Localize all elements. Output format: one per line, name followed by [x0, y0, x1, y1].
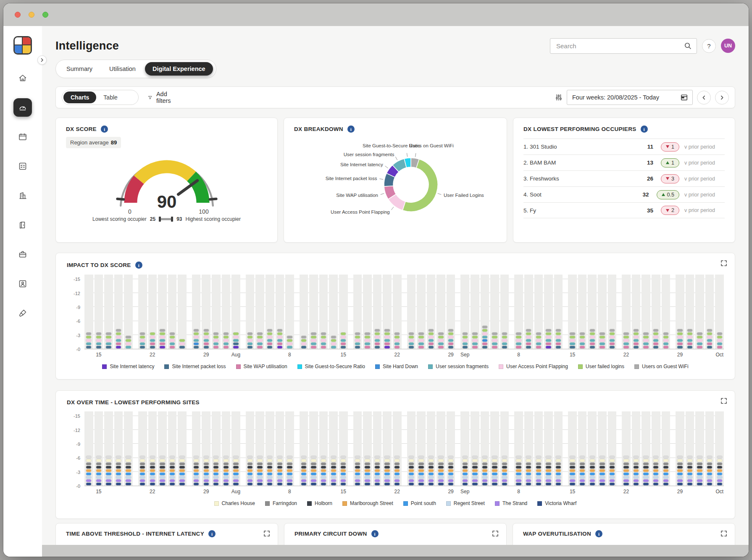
bar-segment: [340, 459, 346, 462]
stacked-bar: [257, 332, 263, 349]
bar-segment: [579, 476, 585, 479]
legend-swatch-icon: [499, 364, 503, 369]
bar-segment: [233, 345, 239, 349]
bar-segment: [663, 479, 669, 482]
prev-period-button[interactable]: [697, 91, 711, 105]
bar-segment: [96, 476, 102, 479]
bar-segment: [223, 455, 229, 459]
stacked-bar: [257, 455, 263, 486]
bar-segment: [105, 462, 111, 466]
sidebar-item-workplace[interactable]: [13, 245, 32, 264]
stacked-bar: [105, 332, 111, 349]
sidebar-item-intelligence[interactable]: [13, 98, 32, 117]
bar-segment: [438, 332, 444, 335]
tab-summary[interactable]: Summary: [59, 62, 100, 76]
info-icon[interactable]: [135, 262, 142, 269]
bar-segment: [653, 476, 659, 479]
minimize-window-button[interactable]: [29, 12, 34, 18]
expand-icon[interactable]: [492, 530, 499, 539]
bar-segment: [223, 462, 229, 466]
bar-segment: [287, 469, 292, 472]
bar-slot: 15: [568, 411, 577, 486]
tab-digital-experience[interactable]: Digital Experience: [145, 62, 213, 76]
bar-segment: [257, 342, 263, 345]
bar-slot: [373, 411, 382, 486]
bar-segment: [193, 466, 199, 469]
expand-icon[interactable]: [720, 530, 727, 539]
legend-item: Site Hard Down: [375, 364, 418, 369]
help-button[interactable]: ?: [702, 39, 716, 53]
bar-segment: [193, 339, 199, 342]
bar-segment: [482, 332, 488, 335]
expand-icon[interactable]: [720, 398, 727, 406]
bar-segment: [331, 466, 337, 469]
overtime-chart-title: DX OVER TIME - LOWEST PERFORMING SITES: [67, 399, 200, 406]
legend-swatch-icon: [342, 501, 347, 506]
x-axis-label: 29: [677, 489, 683, 495]
search-input[interactable]: [555, 42, 681, 50]
next-period-button[interactable]: [715, 91, 729, 105]
bar-segment: [555, 462, 561, 466]
sidebar-item-contacts[interactable]: [13, 275, 32, 293]
bar-segment: [247, 342, 253, 345]
bar-slot: [490, 275, 499, 349]
app-logo-icon[interactable]: [13, 36, 32, 55]
bar-segment: [428, 329, 434, 332]
bar-segment: [623, 455, 629, 459]
bar-segment: [374, 462, 380, 466]
close-window-button[interactable]: [15, 12, 21, 18]
table-view-button[interactable]: Table: [96, 92, 124, 103]
bar-slot: [534, 275, 543, 349]
zoom-window-button[interactable]: [42, 12, 48, 18]
bar-slot: [114, 411, 123, 486]
bar-slot: [490, 411, 499, 486]
bar-segment: [555, 345, 561, 349]
bar-segment: [86, 345, 92, 349]
sidebar-collapse-button[interactable]: [37, 55, 47, 65]
bar-slot: Aug: [231, 275, 240, 349]
expand-icon[interactable]: [263, 530, 270, 539]
sidebar-item-rooms[interactable]: [13, 216, 32, 234]
bar-segment: [482, 466, 488, 469]
door-icon: [18, 220, 28, 230]
expand-icon[interactable]: [720, 260, 727, 268]
bar-segment: [663, 466, 669, 469]
bar-segment: [105, 335, 111, 339]
info-icon[interactable]: [371, 530, 379, 537]
bar-segment: [96, 339, 102, 342]
adjust-settings-button[interactable]: [555, 94, 563, 101]
search-box[interactable]: [550, 38, 697, 54]
bar-segment: [687, 339, 693, 342]
charts-view-button[interactable]: Charts: [63, 92, 96, 103]
bar-segment: [492, 342, 497, 345]
bar-segment: [482, 479, 488, 482]
sidebar-item-tasks[interactable]: [13, 157, 32, 175]
bar-segment: [677, 462, 683, 466]
stacked-bar: [193, 329, 199, 349]
bar-segment: [277, 462, 283, 466]
sidebar-item-customise[interactable]: [13, 304, 32, 322]
bar-slot: [192, 275, 201, 349]
bar-segment: [555, 332, 561, 335]
bar-segment: [203, 466, 209, 469]
sidebar-item-home[interactable]: [13, 69, 32, 87]
info-icon[interactable]: [101, 126, 108, 133]
stacked-bar: [267, 329, 273, 349]
sidebar-item-buildings[interactable]: [13, 186, 32, 205]
add-filters-button[interactable]: Add filters: [148, 91, 174, 104]
sidebar-item-calendar[interactable]: [13, 128, 32, 146]
avatar[interactable]: UN: [721, 39, 735, 53]
bar-slot: [632, 275, 641, 349]
bar-segment: [364, 342, 370, 345]
info-icon[interactable]: [347, 126, 355, 133]
bar-segment: [599, 472, 605, 476]
info-icon[interactable]: [208, 530, 216, 537]
tab-utilisation[interactable]: Utilisation: [102, 62, 143, 76]
bar-segment: [287, 339, 292, 342]
bar-segment: [545, 476, 551, 479]
date-range-picker[interactable]: Four weeks: 20/08/2025 - Today: [567, 90, 693, 105]
legend-item: Site Internet packet loss: [164, 364, 226, 369]
info-icon[interactable]: [595, 530, 602, 537]
bar-segment: [394, 342, 400, 345]
info-icon[interactable]: [641, 126, 648, 133]
